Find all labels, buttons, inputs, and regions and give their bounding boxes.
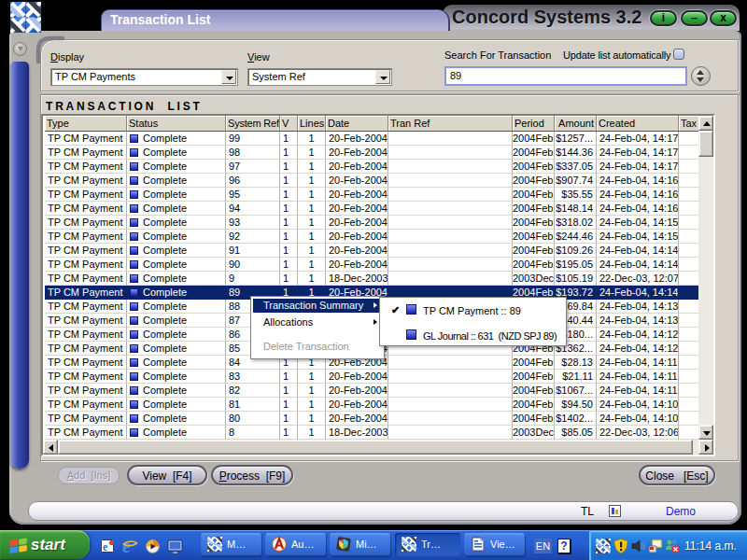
svg-text:e: e	[103, 540, 108, 553]
